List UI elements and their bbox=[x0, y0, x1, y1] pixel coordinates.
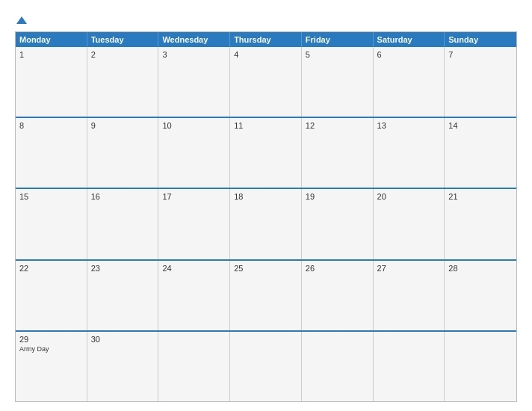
weeks-container: 1234567891011121314151617181920212223242… bbox=[16, 47, 516, 401]
day-header-saturday: Saturday bbox=[374, 32, 445, 47]
day-number: 30 bbox=[91, 335, 155, 344]
header bbox=[15, 13, 517, 25]
day-number: 25 bbox=[234, 264, 297, 273]
day-cell-12: 12 bbox=[302, 118, 374, 188]
day-number: 2 bbox=[91, 50, 155, 59]
day-number: 24 bbox=[162, 264, 226, 273]
day-number: 9 bbox=[91, 121, 155, 130]
day-number: 11 bbox=[234, 121, 297, 130]
calendar-grid: MondayTuesdayWednesdayThursdayFridaySatu… bbox=[15, 31, 517, 402]
day-cell-24: 24 bbox=[158, 261, 230, 330]
day-number: 3 bbox=[162, 50, 226, 59]
day-number: 14 bbox=[448, 121, 513, 130]
day-number: 4 bbox=[234, 50, 297, 59]
calendar-page: MondayTuesdayWednesdayThursdayFridaySatu… bbox=[0, 0, 532, 411]
day-number: 29 bbox=[19, 335, 83, 344]
day-cell-6: 6 bbox=[374, 47, 445, 117]
logo bbox=[15, 13, 27, 25]
day-cell-empty-2 bbox=[158, 332, 230, 401]
day-cell-14: 14 bbox=[445, 118, 516, 188]
day-number: 6 bbox=[377, 50, 441, 59]
day-number: 7 bbox=[448, 50, 513, 59]
day-header-friday: Friday bbox=[302, 32, 374, 47]
logo-triangle-icon bbox=[16, 16, 27, 24]
day-cell-1: 1 bbox=[16, 47, 87, 117]
day-cell-4: 4 bbox=[230, 47, 302, 117]
day-cell-16: 16 bbox=[87, 189, 159, 259]
day-header-tuesday: Tuesday bbox=[87, 32, 159, 47]
day-cell-22: 22 bbox=[16, 261, 87, 330]
day-number: 18 bbox=[234, 192, 297, 201]
day-header-sunday: Sunday bbox=[445, 32, 516, 47]
week-row-5: 29Army Day30 bbox=[16, 330, 516, 401]
day-cell-empty-6 bbox=[445, 332, 516, 401]
day-cell-8: 8 bbox=[16, 118, 87, 188]
day-cell-27: 27 bbox=[374, 261, 445, 330]
week-row-2: 891011121314 bbox=[16, 117, 516, 188]
day-cell-19: 19 bbox=[302, 189, 374, 259]
day-event: Army Day bbox=[19, 345, 83, 353]
day-cell-29: 29Army Day bbox=[16, 332, 87, 401]
day-cell-7: 7 bbox=[445, 47, 516, 117]
day-header-monday: Monday bbox=[16, 32, 87, 47]
day-cell-5: 5 bbox=[302, 47, 374, 117]
day-number: 23 bbox=[91, 264, 155, 273]
day-cell-empty-5 bbox=[374, 332, 445, 401]
day-number: 17 bbox=[162, 192, 226, 201]
day-cell-9: 9 bbox=[87, 118, 159, 188]
day-cell-15: 15 bbox=[16, 189, 87, 259]
day-number: 20 bbox=[377, 192, 441, 201]
week-row-4: 22232425262728 bbox=[16, 259, 516, 330]
day-header-thursday: Thursday bbox=[230, 32, 302, 47]
day-headers-row: MondayTuesdayWednesdayThursdayFridaySatu… bbox=[16, 32, 516, 47]
day-cell-3: 3 bbox=[158, 47, 230, 117]
logo-text bbox=[15, 13, 27, 25]
day-number: 16 bbox=[91, 192, 155, 201]
day-cell-25: 25 bbox=[230, 261, 302, 330]
day-number: 27 bbox=[377, 264, 441, 273]
day-cell-18: 18 bbox=[230, 189, 302, 259]
day-number: 26 bbox=[306, 264, 369, 273]
day-number: 1 bbox=[19, 50, 83, 59]
day-number: 5 bbox=[306, 50, 369, 59]
day-number: 21 bbox=[448, 192, 513, 201]
day-number: 10 bbox=[162, 121, 226, 130]
day-cell-17: 17 bbox=[158, 189, 230, 259]
day-cell-23: 23 bbox=[87, 261, 159, 330]
day-number: 22 bbox=[19, 264, 83, 273]
day-cell-empty-4 bbox=[302, 332, 374, 401]
day-number: 15 bbox=[19, 192, 83, 201]
day-cell-2: 2 bbox=[87, 47, 159, 117]
day-cell-11: 11 bbox=[230, 118, 302, 188]
day-cell-20: 20 bbox=[374, 189, 445, 259]
day-cell-28: 28 bbox=[445, 261, 516, 330]
week-row-3: 15161718192021 bbox=[16, 188, 516, 259]
day-number: 13 bbox=[377, 121, 441, 130]
day-cell-26: 26 bbox=[302, 261, 374, 330]
day-cell-10: 10 bbox=[158, 118, 230, 188]
week-row-1: 1234567 bbox=[16, 47, 516, 117]
day-cell-13: 13 bbox=[374, 118, 445, 188]
day-cell-30: 30 bbox=[87, 332, 159, 401]
day-number: 19 bbox=[306, 192, 369, 201]
day-cell-empty-3 bbox=[230, 332, 302, 401]
day-number: 12 bbox=[306, 121, 369, 130]
day-cell-21: 21 bbox=[445, 189, 516, 259]
day-header-wednesday: Wednesday bbox=[158, 32, 230, 47]
day-number: 28 bbox=[448, 264, 513, 273]
day-number: 8 bbox=[19, 121, 83, 130]
